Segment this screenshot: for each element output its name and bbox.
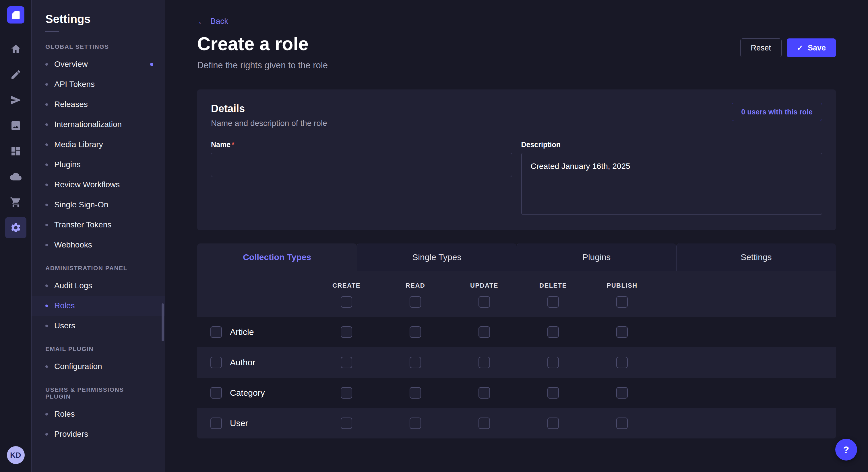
reset-button[interactable]: Reset: [740, 38, 782, 57]
bullet-icon: [45, 244, 48, 246]
sidebar-item-releases[interactable]: Releases: [32, 94, 165, 114]
rail-button-paper-plane[interactable]: [5, 90, 26, 111]
tab-collection-types[interactable]: Collection Types: [197, 243, 357, 271]
bullet-icon: [45, 433, 48, 436]
permissions-rows: ArticleAuthorCategoryUser: [197, 317, 836, 438]
category-create-checkbox[interactable]: [341, 387, 352, 399]
sidebar-section-label: EMAIL PLUGIN: [32, 336, 165, 357]
row-label-user: User: [230, 418, 248, 428]
page-title: Create a role: [197, 33, 328, 55]
strapi-logo-icon[interactable]: [7, 6, 24, 24]
sidebar-item-api-tokens[interactable]: API Tokens: [32, 74, 165, 94]
permissions-tabs: Collection TypesSingle TypesPluginsSetti…: [197, 243, 836, 271]
sidebar-item-users[interactable]: Users: [32, 316, 165, 336]
name-input[interactable]: [211, 153, 512, 177]
row-select-user-checkbox[interactable]: [210, 417, 222, 429]
header-actions: Reset ✓ Save: [740, 38, 836, 57]
select-all-create-checkbox[interactable]: [341, 296, 352, 308]
select-all-read-checkbox[interactable]: [410, 296, 421, 308]
sidebar-item-configuration[interactable]: Configuration: [32, 357, 165, 376]
rail-button-home[interactable]: [5, 38, 26, 60]
sidebar-item-webhooks[interactable]: Webhooks: [32, 235, 165, 255]
sidebar-item-media-library[interactable]: Media Library: [32, 134, 165, 155]
page-subtitle: Define the rights given to the role: [197, 60, 328, 71]
category-read-checkbox[interactable]: [410, 387, 421, 399]
author-update-checkbox[interactable]: [478, 357, 490, 368]
name-field-group: Name*: [211, 140, 512, 177]
user-update-checkbox[interactable]: [478, 417, 490, 429]
rail-button-media[interactable]: [5, 115, 26, 136]
sidebar-item-label: Audit Logs: [54, 281, 92, 290]
article-read-checkbox[interactable]: [410, 326, 421, 338]
select-all-publish-checkbox[interactable]: [616, 296, 628, 308]
author-create-checkbox[interactable]: [341, 357, 352, 368]
user-create-checkbox[interactable]: [341, 417, 352, 429]
rail-button-pen[interactable]: [5, 64, 26, 85]
article-update-checkbox[interactable]: [478, 326, 490, 338]
sidebar-item-overview[interactable]: Overview: [32, 54, 165, 74]
sidebar-item-plugins[interactable]: Plugins: [32, 155, 165, 175]
row-select-category-checkbox[interactable]: [210, 387, 222, 399]
bullet-icon: [45, 365, 48, 368]
category-publish-checkbox[interactable]: [616, 387, 628, 399]
sidebar-section: GLOBAL SETTINGSOverviewAPI TokensRelease…: [32, 34, 165, 255]
bullet-icon: [45, 143, 48, 146]
rail-button-cart[interactable]: [5, 192, 26, 213]
bullet-icon: [45, 325, 48, 327]
row-select-author-checkbox[interactable]: [210, 357, 222, 368]
article-delete-checkbox[interactable]: [547, 326, 559, 338]
user-publish-checkbox[interactable]: [616, 417, 628, 429]
users-with-role-button[interactable]: 0 users with this role: [732, 103, 822, 121]
sidebar-item-label: API Tokens: [54, 80, 95, 89]
sidebar-item-label: Users: [54, 321, 75, 330]
rail-button-gear[interactable]: [5, 217, 26, 238]
save-label: Save: [808, 43, 826, 53]
column-header-delete: DELETE: [519, 282, 588, 289]
sidebar-item-review-workflows[interactable]: Review Workflows: [32, 175, 165, 195]
select-all-delete-checkbox[interactable]: [547, 296, 559, 308]
row-select-article-checkbox[interactable]: [210, 326, 222, 338]
sidebar-item-audit-logs[interactable]: Audit Logs: [32, 276, 165, 296]
tab-single-types[interactable]: Single Types: [357, 243, 516, 271]
required-asterisk: *: [231, 140, 235, 148]
sidebar-section: USERS & PERMISSIONS PLUGINRolesProviders: [32, 376, 165, 444]
permissions-section: Collection TypesSingle TypesPluginsSetti…: [197, 243, 836, 438]
sidebar-item-roles[interactable]: Roles: [32, 296, 165, 316]
avatar[interactable]: KD: [7, 446, 25, 464]
rail-button-layout[interactable]: [5, 140, 26, 162]
cart-icon: [10, 196, 22, 208]
tab-plugins[interactable]: Plugins: [517, 243, 676, 271]
article-create-checkbox[interactable]: [341, 326, 352, 338]
sidebar-scrollbar-thumb[interactable]: [162, 303, 164, 341]
description-field-group: Description Created January 16th, 2025: [521, 140, 823, 216]
article-publish-checkbox[interactable]: [616, 326, 628, 338]
description-textarea[interactable]: Created January 16th, 2025: [521, 153, 823, 215]
tab-settings[interactable]: Settings: [676, 243, 836, 271]
sidebar-item-roles[interactable]: Roles: [32, 404, 165, 424]
user-read-checkbox[interactable]: [410, 417, 421, 429]
category-update-checkbox[interactable]: [478, 387, 490, 399]
select-all-update-checkbox[interactable]: [478, 296, 490, 308]
category-delete-checkbox[interactable]: [547, 387, 559, 399]
settings-sidebar: Settings GLOBAL SETTINGSOverviewAPI Toke…: [32, 0, 165, 472]
user-delete-checkbox[interactable]: [547, 417, 559, 429]
column-header-publish: PUBLISH: [588, 282, 656, 289]
save-button[interactable]: ✓ Save: [787, 38, 836, 57]
cloud-icon: [10, 171, 22, 182]
sidebar-section-label: GLOBAL SETTINGS: [32, 34, 165, 54]
details-card: Details Name and description of the role…: [197, 90, 836, 230]
sidebar-sections: GLOBAL SETTINGSOverviewAPI TokensRelease…: [32, 34, 165, 444]
sidebar-item-providers[interactable]: Providers: [32, 424, 165, 444]
back-link[interactable]: ← Back: [197, 16, 228, 26]
author-delete-checkbox[interactable]: [547, 357, 559, 368]
sidebar-item-transfer-tokens[interactable]: Transfer Tokens: [32, 215, 165, 235]
rail-button-cloud[interactable]: [5, 166, 26, 187]
author-read-checkbox[interactable]: [410, 357, 421, 368]
author-publish-checkbox[interactable]: [616, 357, 628, 368]
name-label: Name*: [211, 140, 512, 149]
sidebar-item-single-sign-on[interactable]: Single Sign-On: [32, 195, 165, 215]
bullet-icon: [45, 83, 48, 86]
help-button[interactable]: ?: [835, 439, 857, 461]
sidebar-item-label: Internationalization: [54, 120, 122, 129]
sidebar-item-internationalization[interactable]: Internationalization: [32, 114, 165, 134]
